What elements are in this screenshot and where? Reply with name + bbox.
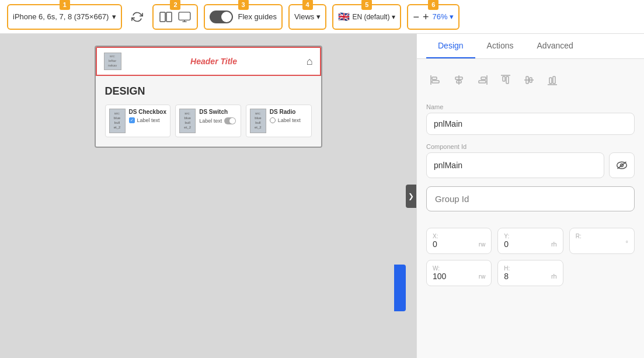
flex-guides-toggle[interactable]: Flex guides	[210, 11, 276, 23]
right-panel: Design Actions Advanced	[416, 34, 644, 358]
component-id-row	[426, 152, 635, 178]
component-id-input[interactable]	[426, 152, 604, 178]
checkbox-demo-label: Label text	[137, 117, 160, 123]
phone-header: src:leftarrwkav Header Title ⌂	[96, 47, 321, 76]
tab-design[interactable]: Design	[426, 34, 475, 58]
flag-icon: 🇬🇧	[338, 11, 350, 22]
design-section-label: DESIGN	[105, 85, 312, 98]
radio-info: DS Radio Label text	[270, 109, 308, 123]
tab-actions[interactable]: Actions	[475, 34, 525, 58]
y-value: 0	[504, 239, 549, 249]
svg-rect-16	[506, 77, 509, 84]
collapse-panel-button[interactable]: ❯	[406, 185, 416, 208]
svg-rect-22	[553, 77, 555, 84]
y-unit: rh	[551, 241, 557, 248]
x-label: X:	[433, 233, 485, 239]
language-group: 5 🇬🇧 EN (default) ▾	[332, 4, 401, 30]
toolbar: 1 iPhone 6, 6s, 7, 8 (375×667) ▾ 2	[0, 0, 644, 34]
w-label: W:	[433, 265, 485, 272]
component-id-label: Component Id	[426, 143, 635, 150]
zoom-out-button[interactable]: −	[413, 12, 419, 22]
language-selector[interactable]: 🇬🇧 EN (default) ▾	[338, 11, 395, 22]
canvas-area: ❯ src:leftarrwkav Header Title ⌂ DESIGN …	[0, 34, 416, 358]
refresh-button[interactable]	[130, 10, 144, 24]
device-label: iPhone 6, 6s, 7, 8 (375×667)	[13, 12, 109, 21]
zoom-value: 76% ▾	[432, 12, 454, 21]
zoom-in-button[interactable]: +	[423, 12, 429, 22]
component-id-group: Component Id	[426, 143, 635, 178]
panel-tabs: Design Actions Advanced	[417, 34, 644, 59]
switch-demo-label: Label text	[199, 118, 222, 124]
svg-rect-2	[179, 12, 191, 20]
svg-rect-1	[166, 12, 172, 22]
checkbox-component-card: src:bluebullet_2 DS Checkbox Label text	[105, 105, 171, 137]
badge-6: 6	[428, 0, 438, 10]
w-value: 100	[433, 272, 476, 281]
switch-thumb: src:bluebullet_2	[179, 109, 196, 133]
align-center-v-icon[interactable]	[520, 71, 538, 89]
zoom-group: 6 − + 76% ▾	[407, 4, 459, 30]
component-grid: src:bluebullet_2 DS Checkbox Label text	[105, 105, 312, 137]
visibility-toggle-button[interactable]	[609, 152, 635, 178]
align-center-h-icon[interactable]	[450, 71, 468, 89]
switch-name: DS Switch	[199, 109, 237, 115]
checkbox-info: DS Checkbox Label text	[129, 109, 167, 123]
w-field: W: 100 rw	[426, 260, 492, 286]
align-right-icon[interactable]	[473, 71, 492, 89]
checkbox-icon	[129, 117, 135, 123]
y-label: Y:	[504, 233, 556, 239]
phone-content: DESIGN src:bluebullet_2 DS Checkbox Labe…	[96, 76, 321, 147]
svg-rect-6	[432, 77, 437, 79]
group-id-field-group	[426, 186, 635, 220]
align-bottom-icon[interactable]	[543, 71, 562, 89]
views-chevron-icon: ▾	[316, 12, 321, 21]
home-icon: ⌂	[307, 55, 313, 68]
x-field: X: 0 rw	[426, 228, 492, 254]
flex-guides-switch[interactable]	[210, 11, 233, 23]
views-label: Views	[294, 12, 314, 21]
monitor-view-button[interactable]	[177, 11, 192, 23]
zoom-controls: − + 76% ▾	[413, 12, 454, 22]
y-field: Y: 0 rh	[497, 228, 563, 254]
align-left-icon[interactable]	[426, 71, 445, 89]
flex-guides-group: 3 Flex guides	[204, 4, 282, 30]
blue-sidebar-tab[interactable]	[394, 265, 406, 311]
tab-advanced[interactable]: Advanced	[525, 34, 585, 58]
badge-4: 4	[302, 0, 313, 10]
badge-5: 5	[361, 0, 372, 10]
name-field-group: Name	[426, 103, 635, 135]
svg-rect-7	[432, 81, 439, 83]
badge-3: 3	[238, 0, 249, 10]
x-unit: rw	[479, 241, 486, 248]
refresh-group	[128, 4, 147, 30]
lang-label: EN (default)	[352, 13, 389, 21]
name-label: Name	[426, 103, 635, 110]
name-input[interactable]	[426, 113, 635, 135]
align-top-icon[interactable]	[496, 71, 515, 89]
svg-rect-0	[160, 12, 165, 22]
views-button[interactable]: Views ▾	[294, 12, 321, 21]
device-select[interactable]: iPhone 6, 6s, 7, 8 (375×667) ▾	[13, 12, 116, 21]
switch-info: DS Switch Label text	[199, 109, 237, 124]
group-id-input[interactable]	[426, 186, 635, 211]
r-label: R:	[576, 233, 628, 239]
checkbox-name: DS Checkbox	[129, 109, 167, 115]
flex-guides-label: Flex guides	[238, 12, 276, 21]
radio-thumb: src:bluebullet_2	[250, 109, 266, 133]
svg-rect-12	[481, 77, 486, 79]
svg-rect-21	[549, 78, 552, 84]
lang-chevron-icon: ▾	[392, 13, 395, 21]
x-value: 0	[433, 239, 476, 249]
xy-coord-row: X: 0 rw Y: 0 rh R:	[426, 228, 635, 254]
radio-name: DS Radio	[270, 109, 308, 115]
h-field: H: 8 rh	[497, 260, 563, 286]
split-view-button[interactable]	[158, 11, 173, 23]
radio-icon	[270, 117, 276, 123]
zoom-chevron-icon: ▾	[450, 12, 454, 21]
switch-demo: Label text	[199, 117, 237, 124]
w-unit: rw	[479, 273, 486, 280]
header-title: Header Title	[121, 57, 307, 66]
switch-toggle-icon	[224, 117, 236, 124]
badge-2: 2	[170, 0, 180, 10]
r-field: R: °	[569, 228, 635, 254]
